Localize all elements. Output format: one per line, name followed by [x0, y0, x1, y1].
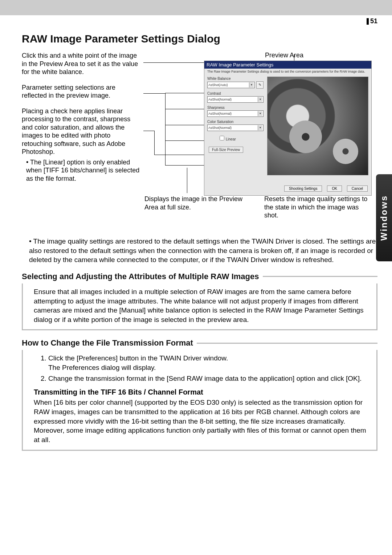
dialog-title-bar: RAW Image Parameter Settings: [204, 61, 371, 69]
white-balance-label: White Balance: [207, 77, 264, 81]
ok-button[interactable]: OK: [327, 185, 342, 192]
box-file-format: Click the [Preferences] button in the TW…: [22, 350, 377, 450]
heading-rule: [197, 343, 377, 344]
preview-image: [267, 77, 368, 175]
color-saturation-select[interactable]: AsShot(Normal)▾: [207, 125, 264, 131]
cancel-button[interactable]: Cancel: [347, 185, 368, 192]
caption-shooting-settings: Resets the image quality settings to the…: [264, 195, 369, 220]
chevron-down-icon: ▾: [258, 111, 262, 116]
heading-multi-raw: Selecting and Adjusting the Attributes o…: [22, 272, 259, 281]
step-1: Click the [Preferences] button in the TW…: [48, 354, 371, 372]
white-balance-select[interactable]: AsShot(Auto)▾: [207, 82, 255, 88]
heading-file-format: How to Change the File Transmission Form…: [22, 338, 193, 348]
step-2: Change the transmission format in the [S…: [48, 374, 371, 383]
preview-area-label: Preview Area: [265, 52, 303, 59]
linear-checkbox[interactable]: [220, 136, 224, 140]
eyedropper-button[interactable]: ✎: [256, 81, 264, 89]
note-linear: Placing a check here applies linear proc…: [22, 107, 142, 183]
note-eyedropper: Click this and a white point of the imag…: [22, 52, 142, 76]
contrast-select[interactable]: AsShot(Normal)▾: [207, 96, 264, 103]
full-size-preview-button[interactable]: Full-Size Preview: [209, 147, 243, 153]
shooting-settings-button[interactable]: Shooting Settings: [284, 185, 322, 192]
linear-checkbox-row: Linear: [218, 135, 264, 142]
body-tiff16: When [16 bits per color channel] (suppor…: [34, 398, 371, 444]
page-title: RAW Image Parameter Settings Dialog: [22, 33, 377, 45]
note-params: Parameter setting selections are reflect…: [22, 83, 142, 100]
caption-fullsize: Displays the image in the Preview Area a…: [144, 195, 250, 220]
side-tab-windows: Windows: [376, 174, 392, 261]
dialog-description: The Raw Image Parameter Settings dialog …: [204, 69, 371, 75]
contrast-label: Contrast: [207, 91, 264, 95]
raw-dialog: RAW Image Parameter Settings The Raw Ima…: [204, 61, 372, 196]
sharpness-label: Sharpness: [207, 106, 264, 110]
chevron-down-icon: ▾: [258, 97, 262, 102]
sharpness-select[interactable]: AsShot(Normal)▾: [207, 110, 264, 117]
note-linear-sub: The [Linear] option is only enabled when…: [26, 158, 142, 183]
box-multi-raw: Ensure that all images included in a mul…: [22, 283, 377, 331]
heading-rule: [263, 276, 377, 277]
top-gray-bar: [0, 0, 392, 15]
page-number: 51: [367, 17, 377, 25]
subheading-tiff16: Transmitting in the TIFF 16 Bits / Chann…: [34, 387, 371, 397]
annotated-screenshot-area: Click this and a white point of the imag…: [22, 52, 377, 233]
chevron-down-icon: ▾: [258, 125, 262, 130]
color-saturation-label: Color Saturation: [207, 120, 264, 124]
bullet-restore-defaults: The image quality settings are restored …: [29, 237, 377, 265]
chevron-down-icon: ▾: [249, 82, 254, 87]
